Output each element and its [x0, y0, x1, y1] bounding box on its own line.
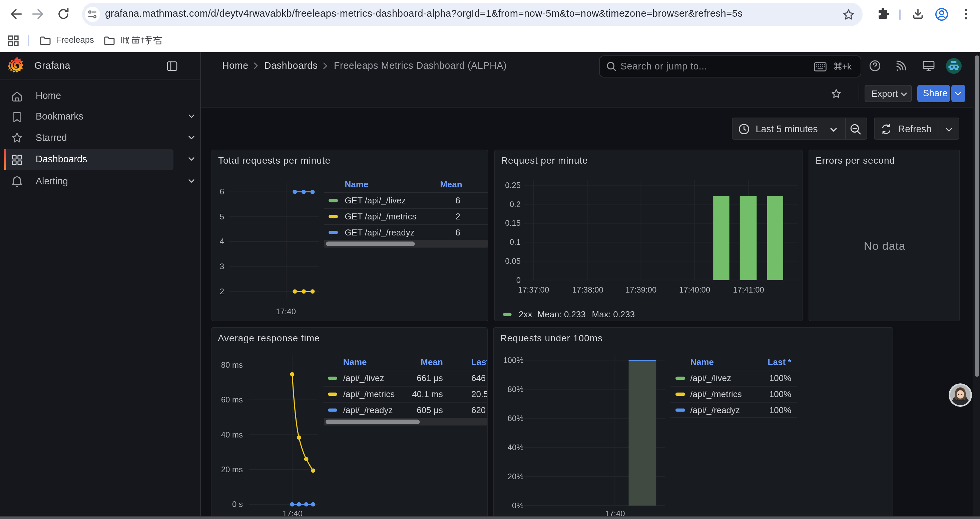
svg-text:Mean: Mean: [421, 357, 442, 367]
svg-text:17:41:00: 17:41:00: [732, 285, 764, 294]
svg-text:6: 6: [455, 195, 460, 205]
svg-text:17:40:00: 17:40:00: [679, 285, 710, 294]
svg-text:4: 4: [220, 237, 224, 246]
svg-text:60%: 60%: [508, 414, 524, 423]
svg-text:0.1: 0.1: [509, 238, 520, 246]
svg-text:Max: 0.233: Max: 0.233: [592, 309, 635, 319]
svg-text:2: 2: [455, 211, 460, 222]
svg-text:6: 6: [455, 227, 460, 238]
svg-text:2xx: 2xx: [519, 309, 532, 319]
svg-text:/api/_/livez: /api/_/livez: [690, 373, 732, 383]
svg-text:Name: Name: [343, 357, 367, 367]
svg-text:100%: 100%: [503, 356, 524, 365]
svg-text:0.05: 0.05: [505, 257, 520, 265]
svg-text:/api/_/metrics: /api/_/metrics: [343, 389, 395, 399]
svg-text:0.15: 0.15: [505, 219, 520, 227]
svg-text:0%: 0%: [512, 501, 524, 510]
svg-text:0.2: 0.2: [509, 200, 520, 209]
svg-text:20.5 ms: 20.5 ms: [471, 389, 488, 399]
svg-text:Mean: Mean: [440, 179, 461, 189]
svg-text:GET /api/_/readyz: GET /api/_/readyz: [345, 227, 414, 238]
svg-text:100%: 100%: [769, 373, 792, 383]
svg-text:40%: 40%: [508, 443, 524, 452]
svg-text:2: 2: [220, 287, 224, 296]
svg-text:661 µs: 661 µs: [417, 373, 443, 383]
svg-text:20 ms: 20 ms: [221, 465, 243, 474]
svg-text:17:37:00: 17:37:00: [518, 285, 549, 294]
svg-text:3: 3: [220, 262, 224, 271]
svg-text:Last *: Last *: [768, 357, 792, 367]
svg-text:17:39:00: 17:39:00: [625, 285, 656, 294]
svg-text:20%: 20%: [508, 472, 524, 481]
svg-text:/api/_/livez: /api/_/livez: [343, 373, 384, 383]
svg-text:100%: 100%: [769, 405, 792, 415]
svg-text:/api/_/readyz: /api/_/readyz: [343, 405, 393, 415]
svg-text:6: 6: [220, 187, 224, 196]
svg-text:5: 5: [220, 212, 224, 221]
svg-text:80 ms: 80 ms: [221, 360, 243, 369]
svg-text:0: 0: [516, 276, 520, 284]
svg-text:Name: Name: [345, 179, 368, 189]
svg-text:17:38:00: 17:38:00: [572, 285, 603, 294]
svg-text:646: 646: [471, 373, 486, 383]
svg-text:40 ms: 40 ms: [221, 430, 243, 439]
svg-text:GET /api/_/livez: GET /api/_/livez: [345, 195, 406, 205]
svg-text:Name: Name: [690, 357, 714, 367]
svg-text:/api/_/readyz: /api/_/readyz: [690, 405, 740, 415]
svg-text:80%: 80%: [508, 385, 524, 394]
svg-text:17:40: 17:40: [275, 307, 296, 316]
svg-text:/api/_/metrics: /api/_/metrics: [690, 389, 742, 399]
svg-text:GET /api/_/metrics: GET /api/_/metrics: [345, 211, 416, 222]
svg-text:620: 620: [471, 405, 486, 415]
svg-text:60 ms: 60 ms: [221, 395, 243, 404]
svg-text:0 s: 0 s: [232, 500, 243, 509]
svg-text:100%: 100%: [769, 389, 792, 399]
svg-text:40.1 ms: 40.1 ms: [412, 389, 442, 399]
svg-text:Mean: 0.233: Mean: 0.233: [537, 309, 585, 319]
svg-text:605 µs: 605 µs: [417, 405, 443, 415]
svg-text:Last *: Last *: [471, 357, 488, 367]
svg-text:0.25: 0.25: [505, 181, 520, 190]
